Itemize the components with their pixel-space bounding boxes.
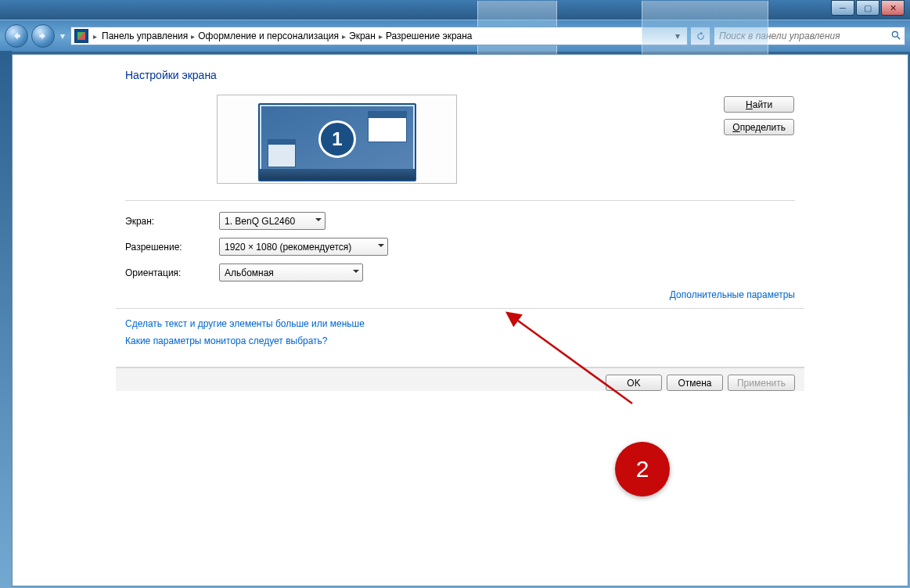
content-panel: Настройки экрана 1 Найти Определить Экра… (12, 54, 908, 586)
arrow-left-icon (11, 30, 22, 41)
nav-forward-button[interactable] (31, 24, 55, 48)
orientation-select[interactable]: Альбомная (219, 264, 363, 281)
resolution-select[interactable]: 1920 × 1080 (рекомендуется) (219, 238, 388, 256)
search-icon[interactable] (890, 30, 901, 43)
breadcrumb-item[interactable]: Экран (349, 30, 376, 41)
nav-history-dropdown[interactable]: ▾ (58, 28, 67, 44)
breadcrumb-item[interactable]: Оформление и персонализация (198, 30, 339, 41)
search-input[interactable] (718, 30, 887, 42)
screen-select[interactable]: 1. BenQ GL2460 (219, 212, 326, 230)
orientation-label: Ориентация: (125, 267, 219, 278)
address-dropdown-button[interactable]: ▾ (671, 30, 684, 41)
window-minimize-button[interactable]: ─ (831, 0, 854, 16)
preview-start-orb-icon (263, 170, 271, 178)
breadcrumb-item[interactable]: Панель управления (102, 30, 188, 41)
divider (125, 200, 795, 201)
minimize-icon: ─ (840, 3, 846, 13)
refresh-icon (696, 31, 706, 41)
navigation-bar: ▾ ▸ Панель управления ▸ Оформление и пер… (0, 20, 910, 52)
preview-window-icon (268, 139, 296, 167)
display-preview[interactable]: 1 (217, 95, 457, 184)
window-titlebar: ─ ▢ ✕ (0, 0, 910, 20)
breadcrumb-item[interactable]: Разрешение экрана (386, 30, 473, 41)
window-close-button[interactable]: ✕ (881, 0, 905, 16)
window-maximize-button[interactable]: ▢ (856, 0, 879, 16)
annotation-step-badge: 2 (615, 442, 670, 497)
nav-back-button[interactable] (5, 24, 28, 48)
chevron-right-icon[interactable]: ▸ (191, 32, 195, 41)
chevron-right-icon[interactable]: ▸ (93, 32, 97, 41)
resolution-label: Разрешение: (125, 242, 219, 253)
cancel-button[interactable]: Отмена (667, 375, 723, 391)
advanced-settings-link[interactable]: Дополнительные параметры (670, 289, 795, 300)
chevron-right-icon[interactable]: ▸ (379, 32, 383, 41)
control-panel-icon (74, 29, 88, 43)
screen-label: Экран: (125, 216, 219, 227)
address-bar[interactable]: ▸ Панель управления ▸ Оформление и персо… (70, 27, 688, 45)
search-box[interactable] (714, 27, 905, 45)
monitor-thumbnail[interactable]: 1 (258, 103, 416, 181)
arrow-right-icon (38, 30, 49, 41)
maximize-icon: ▢ (864, 3, 872, 13)
monitor-number-badge: 1 (318, 120, 356, 158)
close-icon: ✕ (890, 3, 897, 13)
apply-button[interactable]: Применить (728, 375, 795, 391)
window-frame-left (0, 51, 12, 588)
page-title: Настройки экрана (116, 69, 804, 81)
breadcrumb: Панель управления ▸ Оформление и персона… (102, 30, 473, 41)
detect-button[interactable]: Найти (724, 96, 794, 113)
ok-button[interactable]: OK (606, 375, 662, 391)
chevron-right-icon[interactable]: ▸ (342, 32, 346, 41)
monitor-help-link[interactable]: Какие параметры монитора следует выбрать… (125, 335, 795, 346)
svg-line-1 (897, 36, 901, 39)
text-size-link[interactable]: Сделать текст и другие элементы больше и… (125, 318, 795, 329)
identify-button[interactable]: Определить (724, 119, 794, 135)
preview-window-icon (368, 111, 407, 142)
svg-point-0 (892, 31, 897, 37)
refresh-button[interactable] (691, 27, 710, 45)
